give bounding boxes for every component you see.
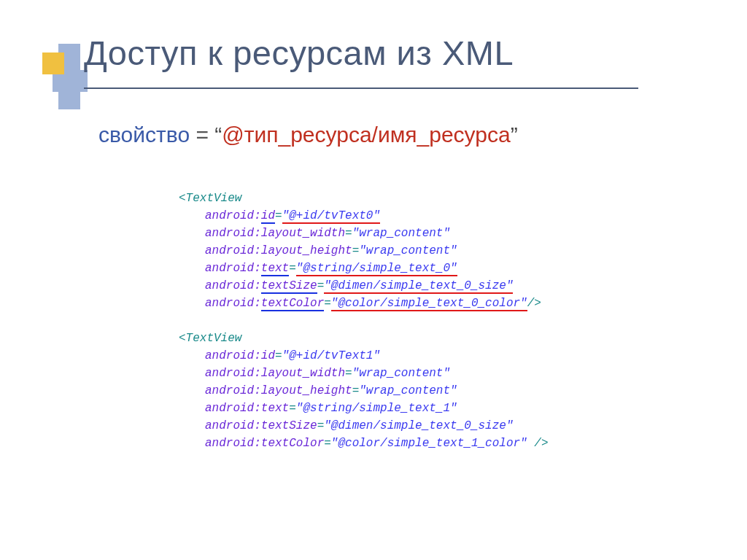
xml-ns: android: — [205, 227, 261, 240]
code-block-2: <TextView — [179, 330, 241, 347]
xml-value: "@color/simple_text_1_color" — [331, 437, 527, 450]
xml-ns: android: — [205, 367, 261, 380]
xml-value: "wrap_content" — [352, 367, 450, 380]
subtitle-close-quote: ” — [511, 122, 518, 147]
slide-title: Доступ к ресурсам из XML — [84, 33, 514, 73]
xml-value: "@+id/tvText0" — [282, 209, 380, 224]
xml-attr: textColor — [261, 437, 324, 450]
xml-attr: id — [261, 349, 275, 362]
xml-eq: = — [324, 297, 331, 310]
xml-ns: android: — [205, 297, 261, 310]
xml-eq: = — [352, 384, 360, 397]
xml-eq: = — [345, 227, 352, 240]
xml-ns: android: — [205, 402, 261, 415]
slide: Доступ к ресурсам из XML свойство = “@ти… — [0, 0, 747, 560]
xml-ns: android: — [205, 384, 261, 397]
xml-value: "wrap_content" — [359, 244, 457, 257]
xml-eq: = — [352, 244, 360, 257]
xml-ns: android: — [205, 349, 261, 362]
xml-value: "wrap_content" — [359, 384, 457, 397]
xml-value: "@dimen/simple_text_0_size" — [324, 279, 513, 294]
xml-ns: android: — [205, 209, 261, 222]
title-decoration — [29, 44, 88, 109]
xml-attr: textSize — [261, 279, 317, 294]
xml-value: "@string/simple_text_0" — [296, 262, 457, 276]
xml-value: "@string/simple_text_1" — [296, 402, 457, 415]
xml-eq: = — [289, 402, 296, 415]
xml-value: "@dimen/simple_text_0_size" — [324, 419, 513, 432]
xml-eq: = — [275, 209, 282, 222]
xml-value: "@+id/tvText1" — [282, 349, 380, 362]
xml-attr: layout_width — [261, 227, 345, 240]
xml-attr: layout_width — [261, 367, 345, 380]
xml-eq: = — [275, 349, 282, 362]
subtitle-property: свойство — [98, 122, 190, 147]
xml-ns: android: — [205, 279, 261, 292]
xml-ns: android: — [205, 262, 261, 275]
xml-ns: android: — [205, 419, 261, 432]
xml-attr: textColor — [261, 297, 324, 311]
xml-ns: android: — [205, 437, 261, 450]
code-block-1: <TextView android:id="@+id/tvText0" andr… — [179, 190, 549, 452]
xml-close: /> — [527, 437, 549, 450]
subtitle-slash: / — [372, 122, 378, 147]
xml-tag: <TextView — [179, 192, 241, 205]
xml-eq: = — [345, 367, 352, 380]
decor-yellow — [42, 52, 64, 74]
subtitle-at: @ — [222, 122, 244, 147]
xml-attr: text — [261, 262, 289, 276]
xml-attr: layout_height — [261, 384, 352, 397]
xml-attr: id — [261, 209, 275, 224]
xml-eq: = — [289, 262, 296, 275]
xml-ns: android: — [205, 244, 261, 257]
xml-value: "@color/simple_text_0_color" — [331, 297, 527, 311]
xml-attr: text — [261, 402, 289, 415]
slide-subtitle: свойство = “@тип_ресурса/имя_ресурса” — [98, 122, 518, 147]
xml-eq: = — [324, 437, 331, 450]
xml-attr: layout_height — [261, 244, 352, 257]
subtitle-open-quote: “ — [214, 122, 222, 147]
subtitle-resource-name: имя_ресурса — [378, 122, 511, 147]
xml-eq: = — [317, 279, 325, 292]
xml-close: /> — [527, 297, 541, 310]
xml-eq: = — [317, 419, 325, 432]
title-underline — [84, 88, 638, 89]
xml-tag: <TextView — [179, 332, 241, 345]
subtitle-resource-type: тип_ресурса — [244, 122, 372, 147]
xml-attr: textSize — [261, 419, 317, 432]
subtitle-eq: = — [190, 122, 214, 147]
xml-value: "wrap_content" — [352, 227, 450, 240]
